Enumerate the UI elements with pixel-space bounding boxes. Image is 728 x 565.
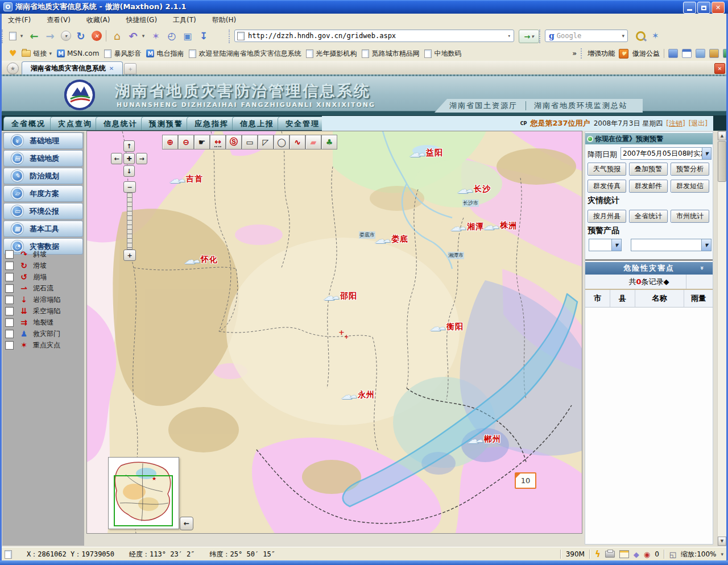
resize-icon[interactable]: ◱ — [669, 550, 676, 559]
zoom-slider-minus-button[interactable]: − — [123, 181, 136, 193]
by-month-county-button[interactable]: 按月州县 — [588, 210, 626, 223]
map-layers-tree-button[interactable]: ♣ — [321, 135, 337, 149]
tab-info-statistics[interactable]: 信息统计 — [96, 117, 146, 130]
tab-forecast-warning[interactable]: 预测预警 — [141, 117, 191, 130]
bookmark-zhongdi-digital[interactable]: 中地数码 — [424, 49, 461, 59]
search-dropdown-icon[interactable]: ▾ — [622, 33, 624, 39]
undo-button[interactable]: ↶ — [126, 29, 140, 43]
mass-sms-button[interactable]: 群发短信 — [671, 180, 709, 193]
layer-checkbox[interactable] — [5, 284, 14, 293]
minimap-extent-rect[interactable] — [114, 475, 173, 526]
layer-checkbox[interactable] — [5, 261, 14, 270]
pan-left-button[interactable]: ← — [111, 153, 122, 164]
window-list-button[interactable]: ▣ — [181, 29, 195, 43]
history-clock-button[interactable]: ◴ — [165, 29, 179, 43]
content-close-button[interactable]: ✕ — [714, 63, 725, 74]
map-eraser-button[interactable]: ▰ — [305, 135, 321, 149]
layer-checkbox[interactable] — [5, 250, 14, 259]
forward-button[interactable]: → — [43, 29, 57, 43]
tab-security-admin[interactable]: 安全管理 — [278, 117, 328, 130]
address-dropdown-icon[interactable]: ▾ — [508, 33, 511, 39]
exit-link[interactable]: [退出] — [689, 119, 708, 128]
sidebar-item-env-bulletin[interactable]: ▭环境公报 — [3, 203, 83, 219]
sidebar-item-prevention-plan[interactable]: ✎防治规划 — [3, 168, 83, 184]
download-button[interactable]: ↧ — [197, 29, 210, 43]
messenger-icon[interactable] — [668, 49, 678, 58]
tab-emergency-command[interactable]: 应急指挥 — [187, 117, 237, 130]
page-scrollbar[interactable]: ▲ ▼ — [717, 131, 727, 546]
active-tab[interactable]: 湖南省地质灾害信息系统 ✕ — [22, 61, 123, 75]
window-tool-icon[interactable] — [682, 49, 692, 58]
back-button[interactable]: ← — [27, 29, 41, 43]
zoom-level[interactable]: 缩放:100% — [681, 550, 716, 559]
tab-province-overview[interactable]: 全省概况 — [3, 117, 53, 130]
warning-product-select-1[interactable]: ▼ — [589, 239, 622, 251]
map-pan-button[interactable]: ☛ — [194, 135, 210, 149]
map-polygon-select-button[interactable]: ◸ — [258, 135, 274, 149]
map-zoom-in-button[interactable]: ⊕ — [162, 135, 178, 149]
maxthon-charity-icon[interactable]: ♥ — [619, 49, 628, 59]
bookmark-baofeng[interactable]: 暴风影音 — [104, 49, 141, 59]
map-circle-select-button[interactable]: ◯ — [274, 135, 289, 149]
bookmarks-overflow-icon[interactable]: » — [572, 49, 577, 57]
sidebar-item-base-geography[interactable]: »基础地理 — [3, 132, 83, 149]
menu-view[interactable]: 查看(V) — [47, 15, 71, 25]
history-dropdown-button[interactable]: ▾ — [59, 29, 73, 43]
map-rect-select-button[interactable]: ▭ — [242, 135, 258, 149]
undo-dropdown-icon[interactable]: ▾ — [140, 29, 147, 43]
enhance-features-link[interactable]: 增强功能 — [588, 49, 615, 59]
map-measure-button[interactable]: ↔ — [210, 135, 226, 149]
bookmark-msn[interactable]: MMSN.com — [57, 49, 99, 57]
tab-hazard-query[interactable]: 灾点查询 — [50, 117, 100, 130]
maxthon-charity-link[interactable]: 傲游公益 — [632, 49, 660, 59]
new-tab-button[interactable]: ＋ — [124, 63, 136, 74]
pan-up-button[interactable]: ↑ — [123, 140, 135, 152]
zoom-dropdown-icon[interactable]: ▾ — [721, 551, 723, 557]
bookmark-links-folder[interactable]: 链接 ▾ — [22, 49, 52, 59]
logout-link[interactable]: [注销] — [666, 119, 685, 128]
layer-checkbox[interactable] — [5, 307, 14, 315]
link-land-resources-dept[interactable]: 湖南省国土资源厅 — [449, 101, 518, 111]
bookmark-guangnian-photo[interactable]: 光年摄影机构 — [306, 49, 357, 59]
rain-date-select[interactable]: 2007年05月05日08时实况 ▼ — [621, 147, 712, 160]
tab-close-icon[interactable]: ✕ — [109, 65, 114, 72]
stop-button[interactable]: ✕ — [90, 29, 104, 43]
popup-blocker-icon[interactable] — [619, 550, 629, 558]
address-bar[interactable]: http://dzzh.hndh.gov.cn/gridweb.aspx ▾ — [234, 30, 514, 42]
menu-tools[interactable]: 工具(T) — [173, 15, 196, 25]
printer-icon[interactable] — [605, 551, 615, 558]
search-placeholder[interactable]: Google — [557, 32, 581, 40]
pens-icon[interactable] — [709, 49, 719, 58]
zoom-slider-track[interactable] — [127, 193, 133, 250]
scroll-down-button[interactable]: ▼ — [718, 537, 726, 546]
pan-down-button[interactable]: ↓ — [123, 165, 135, 177]
city-stats-button[interactable]: 市州统计 — [671, 210, 709, 223]
menu-favorites[interactable]: 收藏(A) — [86, 15, 110, 25]
close-button[interactable]: ✕ — [712, 2, 725, 14]
sidebar-item-annual-plan[interactable]: ▱年度方案 — [3, 185, 83, 202]
boost-icon[interactable]: ϟ — [595, 549, 601, 559]
map-polyline-button[interactable]: ∿ — [289, 135, 305, 149]
search-icon[interactable] — [636, 31, 646, 41]
blocked-count-icon[interactable]: ◉ — [644, 550, 650, 559]
refresh-button[interactable]: ↻ — [74, 29, 88, 43]
warning-analysis-button[interactable]: 预警分析 — [671, 163, 709, 176]
plugin-icon[interactable]: ◆ — [634, 550, 639, 559]
tab-info-report[interactable]: 信息上报 — [232, 117, 282, 130]
menu-file[interactable]: 文件(F) — [8, 15, 31, 25]
minimap-collapse-button[interactable]: ← — [180, 517, 193, 530]
favorites-star-button[interactable]: ★ — [7, 63, 19, 74]
danger-points-header[interactable]: 危险性灾害点 » — [585, 262, 713, 275]
map-scale-button[interactable]: Ⓢ — [226, 135, 242, 149]
highlighter-icon[interactable]: ✶ — [652, 31, 659, 41]
home-button[interactable]: ⌂ — [110, 29, 124, 43]
mass-fax-button[interactable]: 群发传真 — [588, 180, 626, 193]
magic-fill-button[interactable]: ✶ — [149, 29, 163, 43]
menu-help[interactable]: 帮助(H) — [212, 15, 236, 25]
favorites-heart-icon[interactable]: ♥ — [9, 48, 16, 59]
new-page-button[interactable] — [6, 29, 19, 43]
layer-checkbox[interactable] — [5, 330, 14, 338]
map-zoom-out-button[interactable]: ⊖ — [178, 135, 194, 149]
mass-email-button[interactable]: 群发邮件 — [629, 180, 668, 193]
warning-product-select-2[interactable]: ▼ — [631, 239, 712, 251]
